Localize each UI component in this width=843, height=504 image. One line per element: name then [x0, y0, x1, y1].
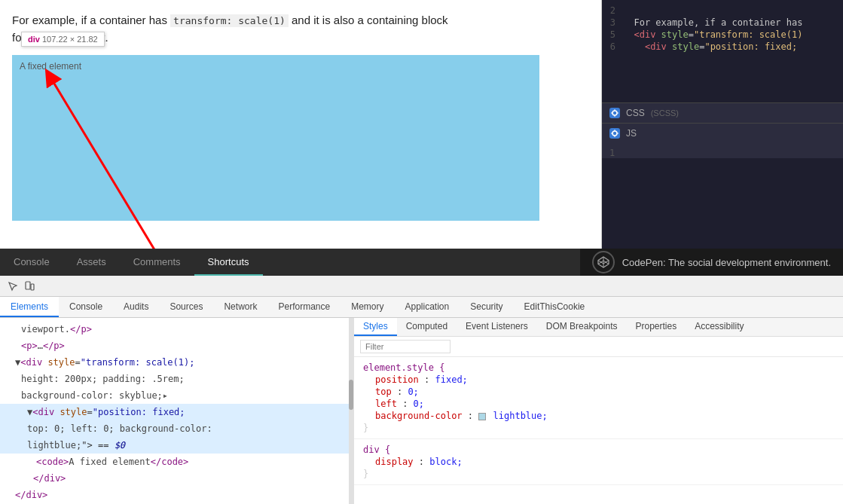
- css-value: 0;: [408, 386, 418, 397]
- html-line: height: 200px; padding: .5rem;: [0, 371, 353, 387]
- code-editor: 2 3 For example, if a container has 5 <d…: [602, 0, 843, 249]
- css-prop-line: display : block;: [363, 456, 834, 468]
- tab-comments[interactable]: Comments: [120, 249, 194, 276]
- css-rule-element-style: element.style { position : fixed; top : …: [354, 357, 843, 439]
- codepen-title: CodePen: The social development environm…: [622, 257, 831, 268]
- filter-bar: [354, 337, 843, 357]
- code-line: 3 For example, if a container has: [602, 17, 843, 29]
- html-line-selected: top: 0; left: 0; background-color:: [0, 420, 353, 437]
- css-selector: div {: [363, 444, 390, 455]
- html-line: viewport.</p>: [0, 321, 353, 338]
- code-lines: 2 3 For example, if a container has 5 <d…: [602, 0, 843, 57]
- codepen-logo: [592, 251, 615, 273]
- top-tab-bar: Console Assets Comments Shortcuts Cod: [0, 249, 843, 276]
- preview-box: A fixed element: [12, 55, 539, 221]
- html-line-selected: lightblue;"> == $0: [0, 437, 353, 454]
- styles-tab-event-listeners[interactable]: Event Listeners: [457, 318, 537, 336]
- css-selector: element.style {: [363, 362, 444, 373]
- html-line: </div>: [0, 487, 353, 503]
- styles-tab-dom-breakpoints[interactable]: DOM Breakpoints: [537, 318, 627, 336]
- css-close-brace: }: [363, 468, 834, 480]
- html-line: <code>A fixed element</code>: [0, 454, 353, 470]
- gear-icon-js: [609, 128, 620, 139]
- svg-point-2: [612, 111, 617, 115]
- tab-shortcuts[interactable]: Shortcuts: [194, 249, 263, 276]
- devtools-toolbar: [0, 276, 843, 297]
- css-selector-line: element.style {: [363, 362, 834, 374]
- tab-console[interactable]: Console: [0, 249, 63, 276]
- html-line: </div>: [0, 470, 353, 487]
- dt-tab-audits[interactable]: Audits: [113, 297, 159, 317]
- gear-svg-js: [611, 130, 619, 137]
- code-snippet: transform: scale(1): [170, 14, 289, 27]
- tooltip-dims: 107.22 × 21.82: [42, 35, 98, 44]
- filter-input[interactable]: [360, 340, 451, 353]
- css-value: 0;: [414, 399, 424, 409]
- dt-tab-editthiscookie[interactable]: EditThisCookie: [514, 297, 596, 317]
- dt-tab-performance[interactable]: Performance: [267, 297, 341, 317]
- devtools-content: viewport.</p> <p>…</p> ▼<div style="tran…: [0, 318, 843, 504]
- selector-icon[interactable]: [6, 279, 20, 293]
- gear-svg: [611, 109, 619, 117]
- css-property: position: [375, 374, 419, 385]
- red-arrow: [12, 55, 178, 249]
- html-line: <p>…</p>: [0, 338, 353, 354]
- color-swatch: [478, 413, 486, 420]
- dt-tab-security[interactable]: Security: [460, 297, 513, 317]
- styles-subtabs: Styles Computed Event Listeners DOM Brea…: [354, 318, 843, 337]
- codepen-banner: CodePen: The social development environm…: [580, 249, 843, 276]
- css-panel-subtitle: (SCSS): [651, 108, 679, 118]
- scroll-indicator[interactable]: [349, 318, 353, 504]
- styles-tab-accessibility[interactable]: Accessibility: [686, 318, 753, 336]
- html-line: ▼<div style="transform: scale(1);: [0, 354, 353, 371]
- css-value: block;: [429, 457, 462, 467]
- dt-tab-elements[interactable]: Elements: [0, 297, 59, 317]
- dt-tab-application[interactable]: Application: [395, 297, 460, 317]
- css-close-brace: }: [363, 422, 834, 434]
- css-panel-title: CSS: [626, 108, 645, 118]
- js-panel-header[interactable]: JS: [609, 124, 835, 143]
- css-property: left: [375, 399, 397, 409]
- element-tooltip: div 107.22 × 21.82: [21, 32, 105, 47]
- code-line: 5 <div style="transform: scale(1): [602, 29, 843, 41]
- html-panel: viewport.</p> <p>…</p> ▼<div style="tran…: [0, 318, 354, 504]
- devtools-inner: Elements Console Audits Sources Network …: [0, 276, 843, 504]
- styles-panel: Styles Computed Event Listeners DOM Brea…: [354, 318, 843, 504]
- svg-line-1: [50, 76, 155, 249]
- code-line: 6 <div style="position: fixed;: [602, 41, 843, 53]
- js-line-1: 1: [609, 143, 835, 158]
- styles-tab-styles[interactable]: Styles: [354, 318, 397, 336]
- styles-tab-computed[interactable]: Computed: [397, 318, 457, 336]
- css-property: background-color: [375, 411, 463, 421]
- css-prop-line: background-color : lightblue;: [363, 410, 834, 422]
- dt-tab-memory[interactable]: Memory: [341, 297, 394, 317]
- css-prop-line: position : fixed;: [363, 374, 834, 386]
- js-panel-title: JS: [626, 128, 637, 139]
- dt-tab-console[interactable]: Console: [59, 297, 113, 317]
- tab-assets[interactable]: Assets: [63, 249, 120, 276]
- css-prop-line: left : 0;: [363, 398, 834, 410]
- preview-text-before: For example, if a container has: [12, 14, 170, 26]
- svg-rect-9: [26, 282, 30, 289]
- devtools-main-tabs: Elements Console Audits Sources Network …: [0, 297, 843, 318]
- css-value: lightblue;: [493, 411, 548, 421]
- html-line-selected: ▼<div style="position: fixed;: [0, 404, 353, 420]
- device-icon[interactable]: [23, 279, 36, 293]
- svg-point-3: [612, 131, 617, 136]
- css-rule-div: div { display : block; }: [354, 439, 843, 485]
- css-prop-line: top : 0;: [363, 386, 834, 398]
- code-line: 2: [602, 5, 843, 17]
- dt-tab-network[interactable]: Network: [213, 297, 267, 317]
- css-property: display: [375, 457, 414, 467]
- styles-tab-properties[interactable]: Properties: [626, 318, 686, 336]
- css-property: top: [375, 386, 392, 397]
- dt-tab-sources[interactable]: Sources: [159, 297, 213, 317]
- html-line: background-color: skyblue;▸: [0, 387, 353, 404]
- js-panel[interactable]: JS 1: [602, 123, 843, 158]
- scroll-thumb: [349, 380, 353, 410]
- css-panel[interactable]: CSS (SCSS): [602, 102, 843, 123]
- tooltip-tag: div: [28, 35, 40, 44]
- devtools: Console Assets Comments Shortcuts Cod: [0, 249, 843, 504]
- gear-icon: [609, 108, 620, 118]
- css-panel-header[interactable]: CSS (SCSS): [609, 103, 835, 123]
